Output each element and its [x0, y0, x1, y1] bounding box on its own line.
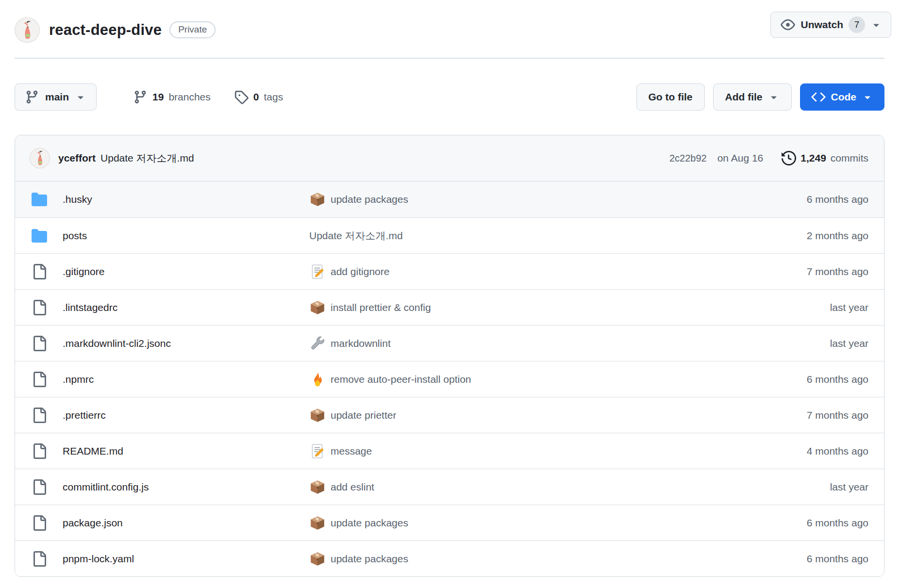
branches-link[interactable]: 19 branches — [133, 90, 211, 104]
commit-history-link[interactable]: 1,249 commits — [782, 151, 868, 165]
tags-link[interactable]: 0 tags — [234, 90, 283, 104]
file-icon — [32, 336, 47, 351]
commit-message-link[interactable]: add gitignore — [331, 266, 389, 278]
commit-author-name[interactable]: yceffort — [58, 152, 96, 164]
commit-sha-link[interactable]: 2c22b92 — [669, 153, 707, 164]
file-name-cell: pnpm-lock.yaml — [32, 551, 309, 567]
latest-commit-bar: yceffort Update 저자소개.md 2c22b92 on Aug 1… — [15, 135, 884, 181]
commit-message-cell: install prettier & config — [309, 299, 741, 316]
commit-message-cell: message — [309, 443, 741, 459]
package-emoji-icon — [309, 299, 326, 316]
file-icon — [32, 443, 47, 459]
file-icon — [32, 479, 47, 495]
repo-page: react-deep-dive Private Unwatch 7 main 1… — [15, 0, 884, 577]
file-name-cell: .lintstagedrc — [32, 300, 309, 315]
file-row[interactable]: .husky update packages 6 months ago — [15, 181, 884, 217]
latest-commit-message[interactable]: Update 저자소개.md — [100, 151, 194, 165]
file-row[interactable]: .markdownlint-cli2.jsonc markdownlint la… — [15, 325, 884, 361]
file-name-link[interactable]: posts — [63, 230, 87, 242]
commit-message-link[interactable]: update packages — [331, 517, 408, 529]
file-name-cell: .npmrc — [32, 372, 309, 387]
unwatch-button[interactable]: Unwatch 7 — [770, 12, 891, 38]
package-emoji-icon — [309, 515, 326, 531]
commit-message-cell: update packages — [309, 551, 741, 567]
commit-age: last year — [741, 481, 868, 493]
file-row[interactable]: posts Update 저자소개.md 2 months ago — [15, 217, 884, 253]
commit-age: 6 months ago — [741, 517, 868, 529]
file-icon — [32, 408, 47, 423]
file-row[interactable]: .npmrc remove auto-peer-install option 6… — [15, 361, 884, 397]
file-row[interactable]: .prettierrc update prietter 7 months ago — [15, 397, 884, 433]
toolbar-actions: Go to file Add file Code — [636, 83, 885, 111]
file-name-cell: .markdownlint-cli2.jsonc — [32, 336, 309, 351]
commit-age: 6 months ago — [741, 374, 868, 385]
file-row[interactable]: .lintstagedrc install prettier & config … — [15, 289, 884, 325]
code-button[interactable]: Code — [800, 83, 885, 111]
commit-message-link[interactable]: markdownlint — [331, 338, 391, 349]
commit-message-link[interactable]: Update 저자소개.md — [309, 229, 403, 243]
file-row[interactable]: package.json update packages 6 months ag… — [15, 505, 884, 540]
file-name-link[interactable]: .gitignore — [63, 266, 104, 278]
commit-message-cell: update packages — [309, 191, 741, 208]
file-name-cell: .prettierrc — [32, 408, 309, 423]
file-name-link[interactable]: README.md — [63, 445, 123, 457]
chevron-down-icon — [768, 91, 780, 103]
file-name-link[interactable]: pnpm-lock.yaml — [63, 553, 134, 565]
commit-age: last year — [741, 302, 868, 313]
file-name-link[interactable]: commitlint.config.js — [63, 481, 149, 493]
package-emoji-icon — [309, 191, 326, 208]
fire-emoji-icon — [309, 371, 326, 388]
file-icon — [32, 551, 47, 567]
chevron-down-icon[interactable] — [870, 19, 882, 31]
go-to-file-button[interactable]: Go to file — [636, 83, 705, 111]
commit-age: 7 months ago — [741, 266, 868, 278]
file-row[interactable]: pnpm-lock.yaml update packages 6 months … — [15, 540, 884, 576]
commit-author-avatar[interactable] — [30, 148, 50, 168]
file-icon — [32, 300, 47, 315]
commit-message-link[interactable]: update packages — [331, 194, 408, 205]
package-emoji-icon — [309, 407, 326, 424]
repo-name[interactable]: react-deep-dive — [49, 21, 162, 39]
folder-icon — [32, 192, 47, 207]
commit-age: last year — [741, 338, 868, 349]
branches-count: 19 — [152, 91, 164, 103]
current-branch-label: main — [45, 91, 69, 103]
owner-avatar[interactable] — [15, 17, 40, 43]
file-icon — [32, 372, 47, 387]
commit-age: 2 months ago — [741, 230, 868, 242]
file-row[interactable]: README.md message 4 months ago — [15, 433, 884, 469]
file-name-link[interactable]: .markdownlint-cli2.jsonc — [63, 338, 171, 349]
commit-message-cell: remove auto-peer-install option — [309, 371, 741, 388]
file-row[interactable]: .gitignore add gitignore 7 months ago — [15, 253, 884, 289]
file-name-link[interactable]: .prettierrc — [63, 409, 106, 421]
latest-commit-meta: 2c22b92 on Aug 16 1,249 commits — [669, 151, 868, 165]
chevron-down-icon — [75, 91, 86, 103]
git-branch-icon — [133, 90, 148, 104]
add-file-button[interactable]: Add file — [713, 83, 792, 111]
commit-message-cell: Update 저자소개.md — [309, 229, 741, 243]
history-icon — [782, 151, 796, 165]
file-name-link[interactable]: .lintstagedrc — [63, 302, 117, 313]
file-name-cell: posts — [32, 228, 309, 244]
file-name-link[interactable]: package.json — [63, 517, 123, 529]
commit-message-link[interactable]: message — [331, 445, 372, 457]
file-name-link[interactable]: .npmrc — [63, 374, 94, 385]
commit-message-link[interactable]: remove auto-peer-install option — [331, 374, 471, 385]
unwatch-label: Unwatch — [800, 19, 843, 31]
commit-age: 6 months ago — [741, 194, 868, 205]
file-row[interactable]: commitlint.config.js add eslint last yea… — [15, 469, 884, 505]
file-name-cell: package.json — [32, 515, 309, 531]
commit-message-link[interactable]: install prettier & config — [331, 302, 431, 313]
patrick-star-avatar — [30, 148, 50, 168]
repo-header: react-deep-dive Private Unwatch 7 — [15, 0, 884, 59]
memo-emoji-icon — [309, 443, 326, 459]
commit-message-link[interactable]: add eslint — [331, 481, 374, 493]
commits-count: 1,249 — [800, 152, 826, 164]
commit-message-link[interactable]: update packages — [331, 553, 408, 565]
file-icon — [32, 264, 47, 279]
commit-message-link[interactable]: update prietter — [331, 409, 396, 421]
branch-selector-button[interactable]: main — [15, 83, 97, 111]
file-name-link[interactable]: .husky — [63, 194, 92, 205]
visibility-badge: Private — [169, 21, 216, 38]
folder-icon — [32, 228, 47, 244]
